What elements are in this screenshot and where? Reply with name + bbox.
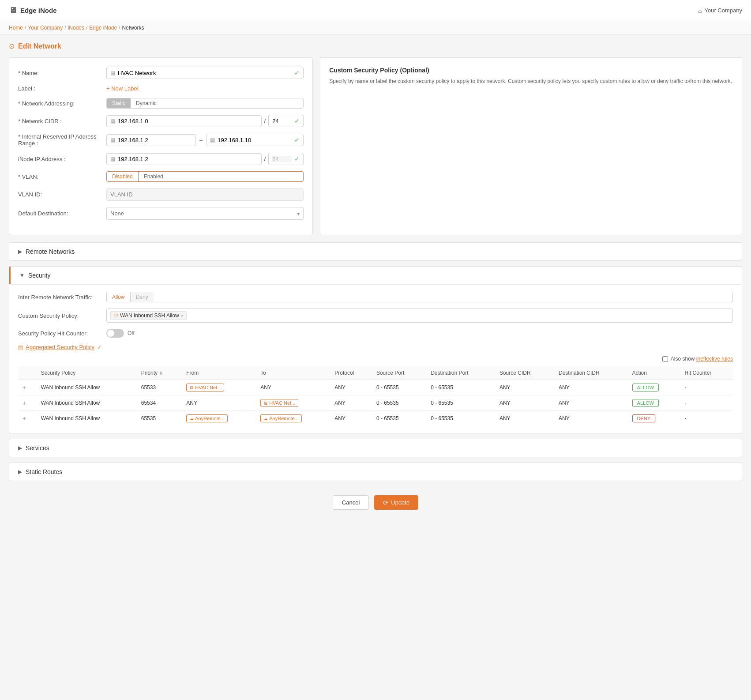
remote-networks-header[interactable]: ▶ Remote Networks bbox=[9, 243, 742, 260]
th-to: To bbox=[256, 366, 330, 380]
static-routes-chevron: ▶ bbox=[18, 469, 22, 475]
label-control: + New Label bbox=[106, 85, 304, 92]
row-expand-2[interactable]: + bbox=[23, 399, 26, 406]
policy-name-2: WAN Inbound SSH Allow bbox=[37, 395, 137, 411]
main-content: ⊙ Edit Network * Name: ▤ ✓ Label : bbox=[0, 35, 751, 526]
src-port-2: 0 - 65535 bbox=[372, 395, 426, 411]
hit-counter-label: Security Policy Hit Counter: bbox=[18, 330, 106, 337]
ineffective-link[interactable]: ineffective rules bbox=[696, 356, 733, 362]
row-expand-1[interactable]: + bbox=[23, 384, 26, 391]
policy-name-3: WAN Inbound SSH Allow bbox=[37, 411, 137, 426]
name-label: * Name: bbox=[18, 70, 106, 76]
to-tag-3: ☁ AnyRemote... bbox=[260, 414, 302, 422]
reserved-range-row: * Internal Reserved IP Address Range : ▤… bbox=[18, 133, 304, 147]
services-title: Services bbox=[26, 444, 49, 452]
ineffective-rules-row: Also show ineffective rules bbox=[18, 356, 733, 362]
th-dst-cidr: Destination CIDR bbox=[554, 366, 628, 380]
services-header[interactable]: ▶ Services bbox=[9, 439, 742, 457]
vlan-row: * VLAN: Disabled Enabled bbox=[18, 171, 304, 182]
form-policy-layout: * Name: ▤ ✓ Label : + New Label * N bbox=[9, 57, 742, 235]
to-3: ☁ AnyRemote... bbox=[256, 411, 330, 426]
inter-remote-row: Inter Remote Network Traffic: Allow Deny bbox=[18, 292, 733, 302]
src-port-3: 0 - 65535 bbox=[372, 411, 426, 426]
priority-sort-icon[interactable]: ⇅ bbox=[159, 371, 163, 376]
vlan-disabled-option[interactable]: Disabled bbox=[107, 172, 139, 181]
security-header[interactable]: ▼ Security bbox=[9, 267, 742, 284]
agg-policy-icon: ▤ bbox=[18, 344, 23, 350]
action-2: ALLOW bbox=[628, 395, 680, 411]
new-label-button[interactable]: + New Label bbox=[106, 85, 139, 92]
policy-input-field[interactable]: 🛡 WAN Inbound SSH Allow × bbox=[106, 309, 733, 323]
remote-networks-title: Remote Networks bbox=[26, 248, 75, 255]
cidr-ip-icon: ▤ bbox=[110, 118, 115, 124]
default-dest-row: Default Destination: None bbox=[18, 207, 304, 220]
vlan-toggle: Disabled Enabled bbox=[106, 171, 304, 182]
deny-option[interactable]: Deny bbox=[131, 292, 154, 302]
agg-policy-link[interactable]: Aggregated Security Policy bbox=[26, 344, 94, 350]
from-tag-icon-3: ☁ bbox=[189, 416, 194, 421]
ineffective-rules-checkbox[interactable] bbox=[662, 356, 668, 362]
range-end-wrapper: ▤ ✓ bbox=[206, 134, 304, 146]
default-dest-select[interactable]: None bbox=[106, 207, 304, 220]
cancel-button[interactable]: Cancel bbox=[333, 495, 369, 510]
src-port-1: 0 - 65535 bbox=[372, 380, 426, 395]
breadcrumb-current: Networks bbox=[122, 25, 144, 31]
th-action: Action bbox=[628, 366, 680, 380]
th-protocol: Protocol bbox=[330, 366, 372, 380]
addressing-row: * Network Addressing: Static Dynamic bbox=[18, 98, 304, 109]
hit-counter-toggle-row: Off bbox=[106, 329, 733, 338]
cidr-ip-input[interactable] bbox=[118, 118, 258, 124]
cidr-control: ▤ / ✓ bbox=[106, 115, 304, 127]
static-routes-header[interactable]: ▶ Static Routes bbox=[9, 463, 742, 481]
breadcrumb-edge-inode[interactable]: Edge iNode bbox=[89, 25, 117, 31]
ineffective-rules-label[interactable]: Also show ineffective rules bbox=[671, 356, 733, 362]
update-label: Update bbox=[391, 499, 409, 506]
cidr-prefix-input[interactable] bbox=[272, 118, 292, 124]
app-icon: 🖥 bbox=[9, 6, 17, 15]
inode-ip-control: ▤ / ✓ bbox=[106, 153, 304, 165]
hit-counter-toggle[interactable] bbox=[106, 329, 124, 338]
th-src-port: Source Port bbox=[372, 366, 426, 380]
update-button[interactable]: ⟳ Update bbox=[374, 495, 418, 510]
reserved-range-control: ▤ – ▤ ✓ bbox=[106, 134, 304, 146]
cidr-slash: / bbox=[264, 118, 266, 124]
hit-counter-row: Security Policy Hit Counter: Off bbox=[18, 329, 733, 338]
hit-2: - bbox=[680, 395, 733, 411]
name-control: ▤ ✓ bbox=[106, 67, 304, 79]
hit-1: - bbox=[680, 380, 733, 395]
priority-2: 65534 bbox=[137, 395, 182, 411]
row-expand-3[interactable]: + bbox=[23, 415, 26, 422]
breadcrumb-home[interactable]: Home bbox=[9, 25, 23, 31]
cidr-row: * Network CIDR : ▤ / ✓ bbox=[18, 115, 304, 127]
range-end-input[interactable] bbox=[218, 137, 292, 143]
policy-tag-close[interactable]: × bbox=[181, 313, 184, 318]
edit-network-form: * Name: ▤ ✓ Label : + New Label * N bbox=[9, 57, 313, 235]
vlan-control: Disabled Enabled bbox=[106, 171, 304, 182]
custom-policy-control: 🛡 WAN Inbound SSH Allow × bbox=[106, 309, 733, 323]
range-start-input[interactable] bbox=[118, 137, 192, 143]
static-option[interactable]: Static bbox=[107, 98, 131, 108]
reserved-range-label: * Internal Reserved IP Address Range : bbox=[18, 133, 106, 147]
protocol-2: ANY bbox=[330, 395, 372, 411]
name-input[interactable] bbox=[118, 70, 292, 76]
breadcrumb-inodes[interactable]: iNodes bbox=[68, 25, 84, 31]
dynamic-option[interactable]: Dynamic bbox=[131, 98, 162, 108]
vlan-enabled-option[interactable]: Enabled bbox=[139, 172, 169, 181]
th-expand bbox=[18, 366, 37, 380]
inode-ip-input[interactable] bbox=[118, 156, 258, 162]
allow-option[interactable]: Allow bbox=[107, 292, 131, 302]
agg-policy-check-icon: ✓ bbox=[97, 344, 101, 350]
ip-range-inputs: ▤ – ▤ ✓ bbox=[106, 134, 304, 146]
dst-port-2: 0 - 65535 bbox=[426, 395, 495, 411]
breadcrumb-company[interactable]: Your Company bbox=[28, 25, 63, 31]
inode-prefix-wrapper: ✓ bbox=[268, 153, 304, 165]
th-src-cidr: Source CIDR bbox=[495, 366, 554, 380]
dst-cidr-3: ANY bbox=[554, 411, 628, 426]
update-icon: ⟳ bbox=[383, 499, 388, 506]
inode-ip-label: iNode IP Address : bbox=[18, 156, 106, 162]
name-row: * Name: ▤ ✓ bbox=[18, 67, 304, 79]
company-link[interactable]: ⌂ Your Company bbox=[698, 7, 742, 14]
range-start-icon: ▤ bbox=[110, 137, 115, 143]
policy-tag-label: WAN Inbound SSH Allow bbox=[120, 312, 179, 319]
inode-ip-input-row: ▤ / ✓ bbox=[106, 153, 304, 165]
